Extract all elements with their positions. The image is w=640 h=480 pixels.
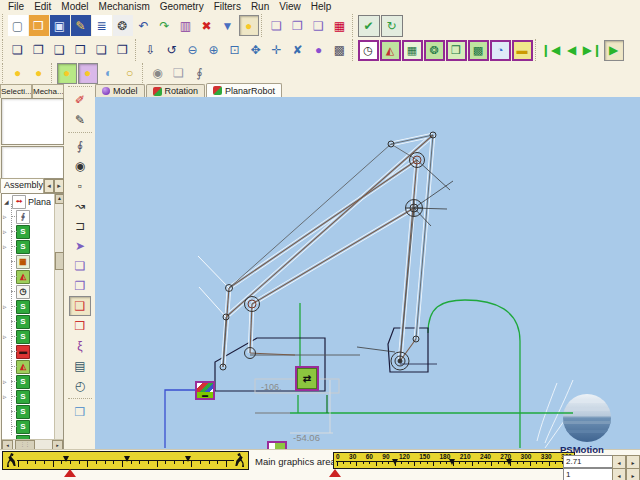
show-grid-bulb-button[interactable]: ● [78,63,98,84]
expand-arrow-icon[interactable]: ▹ [3,333,7,341]
edit-marker-button[interactable]: ✐ [69,90,91,110]
sim-gears-button[interactable]: ❂ [424,40,445,61]
pose-slider-button[interactable]: ▥ [176,15,196,36]
linear-actuator-icon[interactable]: ⇄ [295,366,319,391]
ruler-keyframe-marker[interactable] [506,459,512,465]
step-forward-button[interactable]: ▶❙ [583,40,603,61]
show-vectors-bulb-button[interactable]: ● [29,63,49,84]
sim-output-button[interactable]: ▬ [512,40,533,61]
ruler-keyframe-marker[interactable] [392,459,398,465]
render-settings-button[interactable]: ▩ [330,40,350,61]
analysis-refresh-button[interactable]: ↻ [381,15,403,37]
sim-environment-button[interactable]: ◭ [380,40,401,61]
analysis-check-button[interactable]: ✔ [358,15,380,37]
expand-arrow-icon[interactable]: ▹ [3,213,7,221]
zoom-window-button[interactable]: ⊡ [225,40,245,61]
clipped-widget-icon[interactable] [267,441,287,449]
tree-horizontal-scrollbar[interactable]: ◂ ⋮⋮ ▸ [2,439,63,449]
view-drop-button[interactable]: ⇩ [141,40,161,61]
go-to-start-button[interactable]: ❙◀ [541,40,561,61]
view-front-button[interactable]: ❐ [29,40,49,61]
solid-check-button[interactable]: ❑ [309,15,329,36]
menu-run[interactable]: Run [246,1,274,12]
menu-help[interactable]: Help [306,1,337,12]
solid-collision-button[interactable]: ❑ [69,296,91,316]
view-tools-button[interactable]: ✘ [288,40,308,61]
scroll-right-icon[interactable]: ▸ [52,440,63,450]
add-attachment-button[interactable]: ∮ [69,136,91,156]
timeline-keyframe-marker[interactable] [63,456,69,462]
menu-filters[interactable]: Filters [209,1,246,12]
expand-arrow-icon[interactable]: ▹ [3,228,7,236]
menu-geometry[interactable]: Geometry [155,1,209,12]
ground-marker-icon[interactable]: ▬ [195,381,215,400]
new-solid-group-button[interactable]: ❐ [288,15,308,36]
expander-icon[interactable]: ◢ [4,198,12,205]
scroll-thumb[interactable]: ⋮⋮ [15,440,35,450]
show-traces-bulb-button[interactable]: ○ [120,63,140,84]
render-sphere-button[interactable]: ● [309,40,329,61]
show-model-bulb-button[interactable]: ● [57,63,77,84]
step-back-button[interactable]: ◀ [562,40,582,61]
open-file-button[interactable]: ❒ [29,15,49,36]
time-chart-button[interactable]: ◴ [69,376,91,396]
value-top-increment-button[interactable]: ▸ [626,455,640,469]
view-back-button[interactable]: ❑ [50,40,70,61]
timeline-position-marker[interactable] [64,469,76,477]
rotate-view-button[interactable]: ↺ [162,40,182,61]
menu-file[interactable]: File [3,1,29,12]
redo-button[interactable]: ↷ [155,15,175,36]
left-panel-tab[interactable]: Mecha... [32,84,64,98]
menu-view[interactable]: View [274,1,306,12]
ruler-position-marker[interactable] [329,469,341,477]
assembly-scroll-right-button[interactable]: ▸ [54,179,64,193]
show-points-bulb-button[interactable]: ● [8,63,28,84]
select-drag-button[interactable]: ➤ [69,236,91,256]
menu-mechanism[interactable]: Mechanism [94,1,155,12]
sim-field-button[interactable]: ▩ [468,40,489,61]
mechanism-gears-button[interactable]: ❂ [113,15,133,36]
edit-point-button[interactable]: ✎ [69,110,91,130]
main-graphics-area[interactable]: -106. -54.06 ▬ ⇄ [95,97,640,449]
scroll-thumb[interactable] [55,252,64,270]
solid-outline-button[interactable]: ❒ [69,316,91,336]
view-iso-button[interactable]: ❏ [8,40,28,61]
save-button[interactable]: ▣ [50,15,70,36]
zoom-fit-button[interactable]: ✥ [246,40,266,61]
tree-vertical-scrollbar[interactable]: ▲ [54,194,63,449]
sim-results-button[interactable]: ❒ [446,40,467,61]
solid-view-button[interactable]: ❏ [69,256,91,276]
value-bottom-increment-button[interactable]: ▸ [626,468,640,480]
add-frame-button[interactable]: ▫ [69,176,91,196]
view-right-button[interactable]: ❐ [113,40,133,61]
expand-arrow-icon[interactable]: ▹ [3,378,7,386]
sim-grid-button[interactable]: ▦ [402,40,423,61]
value-field-bottom[interactable]: 1 [563,468,615,480]
pan-button[interactable]: ✛ [267,40,287,61]
tab-rotation[interactable]: Rotation [146,84,206,97]
expand-arrow-icon[interactable]: ▹ [3,393,7,401]
new-solid-button[interactable]: ❏ [267,15,287,36]
animation-timeline-slider[interactable] [2,451,249,470]
timeline-keyframe-marker[interactable] [185,456,191,462]
capture-lock-button[interactable]: ▦ [330,15,350,36]
menu-edit[interactable]: Edit [29,1,56,12]
zoom-in-button[interactable]: ⊕ [204,40,224,61]
new-file-button[interactable]: ▢ [8,15,28,36]
value-bottom-decrement-button[interactable]: ◂ [612,468,626,480]
sim-fluid-button[interactable]: ◔ [490,40,511,61]
tab-model[interactable]: Model [95,84,145,97]
attachments-clip-button[interactable]: ∮ [190,63,210,84]
zoom-out-button[interactable]: ⊖ [183,40,203,61]
add-solid-button[interactable]: ❐ [69,276,91,296]
tab-planarrobot[interactable]: PlanarRobot [206,83,282,97]
mechanism-list[interactable] [1,146,64,179]
assembly-scroll-left-button[interactable]: ◂ [44,179,54,193]
show-planes-bulb-button[interactable]: ◐ [99,63,119,84]
expand-arrow-icon[interactable]: ▹ [3,303,7,311]
scroll-up-icon[interactable]: ▲ [55,194,64,204]
delete-button[interactable]: ✖ [197,15,217,36]
sim-time-button[interactable]: ◷ [358,40,379,61]
add-curve-button[interactable]: ↝ [69,196,91,216]
filter-delete-button[interactable]: ▼ [218,15,238,36]
